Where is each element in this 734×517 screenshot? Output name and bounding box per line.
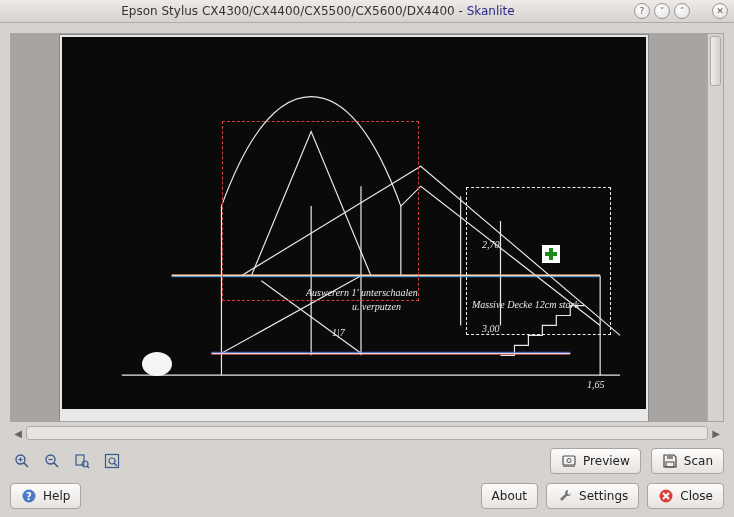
minimize-window-button[interactable]: ˅ <box>654 3 670 19</box>
scan-image: Auswerern 1' unterschaalen u. verputzen … <box>62 37 646 409</box>
about-button[interactable]: About <box>481 483 538 509</box>
zoom-in-icon[interactable] <box>14 453 30 469</box>
svg-text:?: ? <box>26 491 32 502</box>
help-icon: ? <box>21 488 37 504</box>
about-button-label: About <box>492 489 527 503</box>
horizontal-scrollbar[interactable] <box>26 426 708 440</box>
annotation-5: 1,65 <box>587 379 605 390</box>
svg-rect-31 <box>667 455 673 459</box>
maximize-window-button[interactable]: ˄ <box>674 3 690 19</box>
zoom-tools <box>10 453 120 469</box>
scan-page: Auswerern 1' unterschaalen u. verputzen … <box>59 34 649 422</box>
vertical-scrollbar[interactable] <box>707 34 723 421</box>
svg-line-20 <box>54 463 58 467</box>
zoom-fit-icon[interactable] <box>104 453 120 469</box>
preview-button-label: Preview <box>583 454 630 468</box>
preview-area[interactable]: Auswerern 1' unterschaalen u. verputzen … <box>11 34 707 421</box>
window-title: Epson Stylus CX4300/CX4400/CX5500/CX5600… <box>6 4 630 18</box>
scroll-left-icon[interactable]: ◀ <box>10 425 26 441</box>
svg-rect-28 <box>563 456 575 465</box>
settings-button-label: Settings <box>579 489 628 503</box>
close-button[interactable]: Close <box>647 483 724 509</box>
scan-button-label: Scan <box>684 454 713 468</box>
annotation-6: 1|7 <box>332 327 345 338</box>
preview-button[interactable]: Preview <box>550 448 641 474</box>
svg-line-27 <box>114 463 117 466</box>
svg-line-16 <box>24 463 28 467</box>
horizontal-scrollbar-row: ◀ ▶ <box>10 425 724 441</box>
zoom-out-icon[interactable] <box>44 453 60 469</box>
svg-rect-29 <box>563 465 575 467</box>
help-window-button[interactable]: ? <box>634 3 650 19</box>
title-app: Skanlite <box>467 4 515 18</box>
selection-rect-primary[interactable] <box>466 187 611 335</box>
svg-rect-22 <box>76 455 84 465</box>
close-icon <box>658 488 674 504</box>
help-button-label: Help <box>43 489 70 503</box>
wrench-icon <box>557 488 573 504</box>
preview-icon <box>561 453 577 469</box>
close-button-label: Close <box>680 489 713 503</box>
help-button[interactable]: ? Help <box>10 483 81 509</box>
title-sep: - <box>455 4 467 18</box>
svg-line-24 <box>87 466 89 468</box>
vertical-scrollbar-thumb[interactable] <box>710 36 721 86</box>
window-body: Auswerern 1' unterschaalen u. verputzen … <box>0 23 734 517</box>
scroll-right-icon[interactable]: ▶ <box>708 425 724 441</box>
title-scanner: Epson Stylus CX4300/CX4400/CX5500/CX5600… <box>121 4 454 18</box>
footer: ? Help About Settings Close <box>10 481 724 511</box>
close-window-button[interactable]: ✕ <box>712 3 728 19</box>
selection-rect-secondary[interactable] <box>222 121 419 301</box>
toolbar: Preview Scan <box>10 447 724 475</box>
annotation-1-line2: u. verputzen <box>352 301 401 312</box>
save-icon <box>662 453 678 469</box>
add-selection-icon[interactable] <box>542 245 560 263</box>
scan-button[interactable]: Scan <box>651 448 724 474</box>
preview-frame: Auswerern 1' unterschaalen u. verputzen … <box>10 33 724 422</box>
image-blot <box>142 352 172 376</box>
settings-button[interactable]: Settings <box>546 483 639 509</box>
titlebar: Epson Stylus CX4300/CX4400/CX5500/CX5600… <box>0 0 734 23</box>
svg-point-30 <box>567 459 571 463</box>
svg-rect-32 <box>666 462 674 467</box>
zoom-selection-icon[interactable] <box>74 453 90 469</box>
